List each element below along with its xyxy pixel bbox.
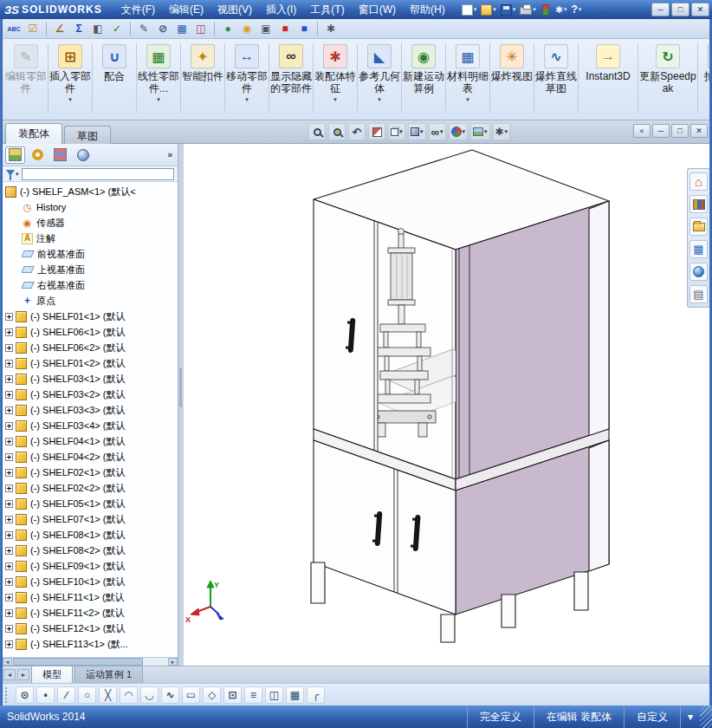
- appearance-swatch-button[interactable]: ●: [219, 21, 236, 37]
- scrollbar-thumb[interactable]: [13, 658, 143, 666]
- circle-button[interactable]: ○: [78, 686, 96, 704]
- graphics-area[interactable]: Y X ⌂▦▤: [184, 144, 712, 666]
- zoom-to-area-button[interactable]: [328, 123, 346, 140]
- polygon-button[interactable]: ◇: [203, 686, 221, 704]
- tree-component-item[interactable]: +(-) SHELF10<1> (默认: [5, 574, 178, 589]
- display-manager-tab[interactable]: [73, 146, 93, 164]
- tree-component-item[interactable]: +(-) SHELF06<2> (默认: [5, 340, 178, 355]
- tree-component-item[interactable]: +(-) SHELF04<1> (默认: [5, 433, 178, 449]
- expand-icon[interactable]: +: [5, 531, 13, 539]
- rectangle-button[interactable]: ▭: [182, 686, 200, 704]
- spell-check-button[interactable]: ABC: [5, 21, 23, 37]
- maximize-button[interactable]: □: [671, 3, 689, 16]
- expand-icon[interactable]: +: [5, 578, 13, 586]
- tree-component-item[interactable]: +(-) SHELF06<1> (默认: [5, 324, 178, 340]
- tree-root-item[interactable]: (-) SHELF_ASM<1> (默认<: [5, 184, 178, 199]
- expand-icon[interactable]: +: [5, 640, 13, 648]
- interference-check-button[interactable]: ◫: [192, 21, 210, 37]
- convert-entities-button[interactable]: ⊡: [223, 686, 242, 704]
- expand-icon[interactable]: +: [5, 375, 13, 383]
- expand-icon[interactable]: +: [5, 360, 13, 367]
- tree-component-item[interactable]: +(-) SHELF03<3> (默认: [5, 402, 178, 418]
- table-button[interactable]: ▦: [173, 21, 191, 37]
- expand-icon[interactable]: +: [5, 453, 13, 461]
- design-checker-button[interactable]: ☑: [24, 21, 42, 37]
- print-button[interactable]: ▾: [519, 3, 537, 16]
- cabinet-assembly-model[interactable]: Y X: [184, 144, 712, 666]
- expand-icon[interactable]: +: [5, 422, 13, 430]
- sketch-fillet-button[interactable]: ╭: [307, 686, 325, 704]
- tab-模型[interactable]: 模型: [31, 666, 73, 685]
- property-manager-tab[interactable]: [28, 146, 48, 164]
- tab-运动算例 1[interactable]: 运动算例 1: [74, 666, 143, 685]
- ribbon-update-speedpak-button[interactable]: ↻更新Speedpak: [639, 42, 696, 95]
- expand-icon[interactable]: +: [5, 484, 13, 492]
- configuration-manager-tab[interactable]: [50, 146, 70, 164]
- task-pane-resources-tab[interactable]: ⌂: [689, 172, 708, 191]
- save-button[interactable]: ▾: [500, 3, 517, 16]
- dimension-button[interactable]: ⊘: [154, 21, 172, 37]
- appearances-tab[interactable]: [689, 263, 708, 281]
- tab-装配体[interactable]: 装配体: [5, 123, 62, 144]
- ribbon-bill-of-materials-button[interactable]: ▦材料明细表▾: [447, 42, 489, 103]
- tree-component-item[interactable]: +(-) SHELF05<1> (默认: [5, 496, 178, 511]
- minimize-button[interactable]: ─: [651, 3, 670, 16]
- tree-component-item[interactable]: +(-) SHELF11<1> (默认: [5, 589, 178, 605]
- restore-document-button[interactable]: □: [671, 124, 689, 138]
- spline-button[interactable]: ∿: [161, 686, 179, 704]
- expand-icon[interactable]: +: [5, 438, 13, 445]
- status-customize-dropdown-button[interactable]: ▾: [680, 705, 700, 728]
- sketch-entities-button[interactable]: ✎: [135, 21, 152, 37]
- tree-component-item[interactable]: +(-) SHELF12<1> (默认: [5, 621, 178, 636]
- expand-icon[interactable]: +: [5, 469, 13, 477]
- hide-show-items-button[interactable]: ∞▾: [429, 123, 446, 140]
- status-segment-自定义[interactable]: 自定义: [624, 705, 680, 728]
- expand-manager-tabs-button[interactable]: »: [167, 150, 175, 159]
- close-document-button[interactable]: ✕: [690, 124, 708, 138]
- tree-item-前视基准面[interactable]: 前视基准面: [22, 246, 178, 262]
- expand-icon[interactable]: +: [5, 594, 13, 601]
- ribbon-instant3d-button[interactable]: →Instant3D: [579, 42, 637, 83]
- lights-button[interactable]: ◉: [238, 21, 256, 37]
- tree-component-item[interactable]: +(-) SHELF03<4> (默认: [5, 418, 178, 433]
- tree-component-item[interactable]: +(-) SHELF04<2> (默认: [5, 449, 178, 465]
- design-library-tab[interactable]: [689, 195, 708, 213]
- apply-scene-button[interactable]: ▾: [470, 123, 490, 140]
- tree-component-item[interactable]: +(-) SHELF09<1> (默认: [5, 558, 178, 574]
- tree-component-item[interactable]: +(-) SHELF11<2> (默认: [5, 605, 178, 621]
- smart-dimension-button[interactable]: ⊙: [16, 686, 34, 704]
- expand-icon[interactable]: +: [5, 313, 13, 321]
- zoom-fit-button[interactable]: [308, 123, 326, 140]
- expand-icon[interactable]: +: [5, 516, 13, 523]
- menu-item-工具(T)[interactable]: 工具(T): [303, 0, 351, 20]
- mirror-entities-button[interactable]: ◫: [265, 686, 283, 704]
- tab-scroll-right-button[interactable]: ►: [17, 669, 29, 680]
- ribbon-assembly-features-button[interactable]: ✱装配体特征▾: [314, 42, 356, 103]
- tree-component-item[interactable]: +(-) SHELF07<1> (默认: [5, 511, 178, 527]
- tangent-arc-button[interactable]: ◡: [140, 686, 159, 704]
- ribbon-move-component-button[interactable]: ↔移动零部件▾: [226, 42, 268, 103]
- ribbon-mate-button[interactable]: ∪配合: [94, 42, 135, 83]
- tree-horizontal-scrollbar[interactable]: ◄ ►: [3, 657, 178, 666]
- feature-manager-tab[interactable]: [5, 146, 25, 164]
- dock-panel-button[interactable]: «: [633, 124, 651, 138]
- toolbar-drag-handle[interactable]: [5, 687, 10, 703]
- camera-button[interactable]: ▣: [257, 21, 275, 37]
- tree-component-item[interactable]: +(-) SHELF02<2> (默认: [5, 480, 178, 496]
- toolbar-options-button[interactable]: ✱: [322, 21, 340, 37]
- tree-item-注解[interactable]: A注解: [22, 231, 178, 246]
- rebuild-button[interactable]: [540, 3, 552, 16]
- tree-component-item[interactable]: +(-) SHELF03<2> (默认: [5, 387, 178, 402]
- close-button[interactable]: ✕: [691, 3, 709, 16]
- menu-item-视图(V)[interactable]: 视图(V): [210, 0, 259, 20]
- tab-草图[interactable]: 草图: [64, 126, 111, 144]
- tree-component-item[interactable]: +(-) SHELF02<1> (默认: [5, 465, 178, 480]
- menu-item-窗口(W)[interactable]: 窗口(W): [352, 0, 403, 20]
- expand-icon[interactable]: +: [5, 344, 13, 352]
- expand-icon[interactable]: +: [5, 609, 13, 617]
- ribbon-linear-component-pattern-button[interactable]: ▦线性零部件...▾: [138, 42, 179, 103]
- ribbon-insert-component-button[interactable]: ⊞插入零部件▾: [49, 42, 91, 103]
- ribbon-exploded-view-button[interactable]: ✳爆炸视图: [491, 42, 533, 83]
- red-swatch-button[interactable]: ■: [276, 21, 294, 37]
- ribbon-new-motion-study-button[interactable]: ◉新建运动算例: [403, 42, 444, 95]
